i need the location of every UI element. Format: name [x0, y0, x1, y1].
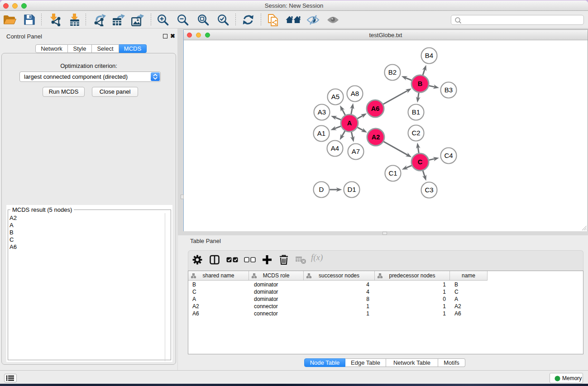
- svg-text:B1: B1: [412, 108, 420, 116]
- svg-text:C3: C3: [425, 186, 433, 194]
- svg-text:A: A: [347, 119, 352, 127]
- svg-text:A8: A8: [351, 90, 359, 97]
- svg-text:A3: A3: [318, 108, 326, 116]
- svg-text:A6: A6: [371, 105, 380, 112]
- svg-text:C: C: [418, 158, 423, 166]
- svg-text:B: B: [418, 80, 422, 87]
- svg-text:A1: A1: [317, 129, 325, 137]
- svg-text:B2: B2: [388, 68, 397, 76]
- svg-text:C4: C4: [444, 152, 453, 159]
- svg-text:A4: A4: [331, 144, 339, 152]
- svg-text:C1: C1: [388, 169, 397, 177]
- svg-text:A5: A5: [331, 93, 339, 100]
- svg-text:D: D: [319, 186, 324, 193]
- svg-text:D1: D1: [347, 186, 356, 193]
- svg-text:C2: C2: [411, 129, 420, 137]
- svg-text:A7: A7: [352, 148, 360, 155]
- svg-text:A2: A2: [372, 133, 380, 141]
- svg-text:B4: B4: [425, 52, 433, 59]
- svg-text:B3: B3: [445, 86, 453, 94]
